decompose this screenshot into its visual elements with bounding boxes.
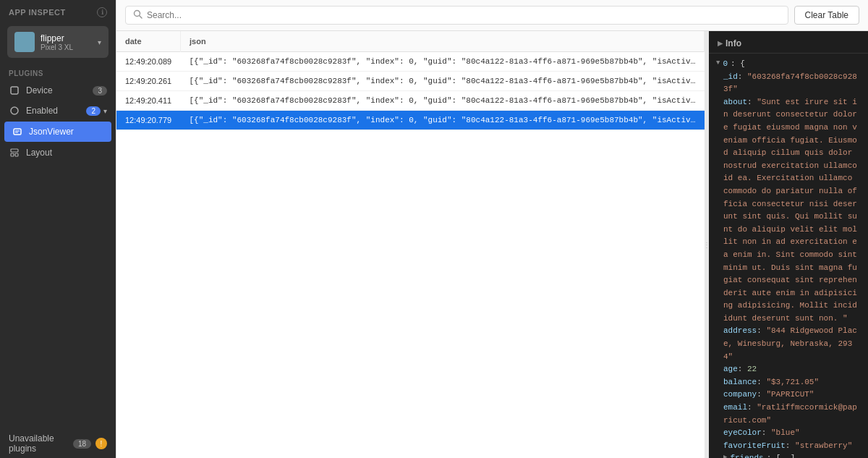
svg-point-1 <box>11 107 18 114</box>
info-line: company: "PAPRICUT" <box>716 389 861 402</box>
svg-rect-7 <box>15 153 18 156</box>
device-card[interactable]: flipper Pixel 3 XL ▾ <box>7 26 109 58</box>
plugins-section-label: PLUGINS <box>0 65 116 80</box>
table-container[interactable]: date json 12:49:20.089 [{"_id": "603268f… <box>116 31 705 458</box>
chevron-down-icon: ▾ <box>98 38 101 46</box>
info-line: eyeColor: "blue" <box>716 427 861 440</box>
jsonviewer-label: JsonViewer <box>29 127 104 137</box>
right-panel: Info ▼ 0: {_id: "603268fa74f8cb0028c9283… <box>709 31 868 458</box>
main-area: Clear Table date json 12:49:20.089 [{"_i… <box>116 0 868 458</box>
cell-json: [{"_id": "603268fa74f8cb0028c9283f", "in… <box>181 72 705 91</box>
warning-icon: ! <box>95 438 107 449</box>
device-name: flipper <box>41 33 92 43</box>
device-plugin-label: Device <box>26 85 93 96</box>
info-icon[interactable]: ℹ <box>97 7 107 17</box>
info-line: favoriteFruit: "strawberry" <box>716 440 861 453</box>
unavailable-label: Unavailable plugins <box>9 433 73 454</box>
info-line: balance: "$3,721.05" <box>716 376 861 389</box>
svg-rect-5 <box>11 149 18 152</box>
search-container <box>125 6 788 25</box>
info-section-header[interactable]: ▼ 0: { <box>716 58 861 71</box>
device-plugin-icon <box>9 85 20 96</box>
device-model: Pixel 3 XL <box>41 43 92 51</box>
search-icon <box>133 9 142 21</box>
device-icon <box>14 32 35 52</box>
table-row[interactable]: 12:49:20.411 [{"_id": "603268fa74f8cb002… <box>116 91 705 111</box>
enabled-chevron: ▾ <box>103 107 107 115</box>
cell-json: [{"_id": "603268fa74f8cb0028c9283f", "in… <box>181 111 705 130</box>
info-line: email: "ratliffmccormick@papricut.com" <box>716 402 861 427</box>
data-table: date json 12:49:20.089 [{"_id": "603268f… <box>116 31 705 130</box>
expand-icon[interactable]: ▼ <box>716 58 720 71</box>
clear-table-button[interactable]: Clear Table <box>794 6 859 25</box>
friends-row[interactable]: ▶ friends: [, ] <box>716 452 861 458</box>
jsonviewer-icon <box>12 126 23 137</box>
sidebar-item-jsonviewer[interactable]: JsonViewer <box>4 122 111 142</box>
col-header-date: date <box>116 31 181 52</box>
table-row[interactable]: 12:49:20.779 [{"_id": "603268fa74f8cb002… <box>116 111 705 130</box>
toolbar: Clear Table <box>116 0 868 31</box>
search-input[interactable] <box>147 10 780 20</box>
info-panel-header: Info <box>709 31 868 54</box>
cell-date: 12:49:20.089 <box>116 52 181 72</box>
info-line: about: "Sunt est irure sit in deserunt c… <box>716 96 861 326</box>
table-row[interactable]: 12:49:20.089 [{"_id": "603268fa74f8cb002… <box>116 52 705 72</box>
layout-label: Layout <box>26 148 107 158</box>
info-panel-content[interactable]: ▼ 0: {_id: "603268fa74f8cb0028c9283f"abo… <box>709 54 868 458</box>
sidebar: APP INSPECT ℹ flipper Pixel 3 XL ▾ PLUGI… <box>0 0 116 458</box>
svg-rect-6 <box>11 153 14 156</box>
enabled-badge: 2 <box>86 106 101 116</box>
info-line: address: "844 Ridgewood Place, Winesburg… <box>716 325 861 363</box>
cell-json: [{"_id": "603268fa74f8cb0028c9283f", "in… <box>181 52 705 72</box>
app-title: APP INSPECT <box>9 8 66 17</box>
device-badge: 3 <box>93 86 107 96</box>
unavailable-plugins-row[interactable]: Unavailable plugins 18 ! <box>0 429 116 458</box>
sidebar-item-device[interactable]: Device 3 <box>0 80 116 101</box>
svg-line-9 <box>140 16 142 18</box>
main-content: date json 12:49:20.089 [{"_id": "603268f… <box>116 31 868 458</box>
unavailable-count: 18 <box>73 439 91 449</box>
sidebar-item-enabled[interactable]: Enabled 2 ▾ <box>0 101 116 121</box>
table-header-row: date json <box>116 31 705 52</box>
info-line: _id: "603268fa74f8cb0028c9283f" <box>716 71 861 96</box>
device-info: flipper Pixel 3 XL <box>41 33 92 51</box>
cell-json: [{"_id": "603268fa74f8cb0028c9283f", "in… <box>181 91 705 111</box>
sidebar-item-layout[interactable]: Layout <box>0 143 116 163</box>
table-body: 12:49:20.089 [{"_id": "603268fa74f8cb002… <box>116 52 705 130</box>
table-wrapper: date json 12:49:20.089 [{"_id": "603268f… <box>116 31 705 458</box>
info-panel-title: Info <box>726 38 741 48</box>
enabled-plugin-label: Enabled <box>26 106 86 116</box>
svg-rect-2 <box>14 129 21 135</box>
cell-date: 12:49:20.411 <box>116 91 181 111</box>
info-line: age: 22 <box>716 363 861 376</box>
layout-icon <box>9 147 20 158</box>
cell-date: 12:49:20.261 <box>116 72 181 91</box>
svg-rect-0 <box>11 87 18 94</box>
expand-friends-icon[interactable]: ▶ <box>723 452 727 458</box>
enabled-plugin-icon <box>9 105 20 116</box>
sidebar-header: APP INSPECT ℹ <box>0 0 116 23</box>
col-header-json: json <box>181 31 705 52</box>
cell-date: 12:49:20.779 <box>116 111 181 130</box>
table-row[interactable]: 12:49:20.261 [{"_id": "603268fa74f8cb002… <box>116 72 705 91</box>
